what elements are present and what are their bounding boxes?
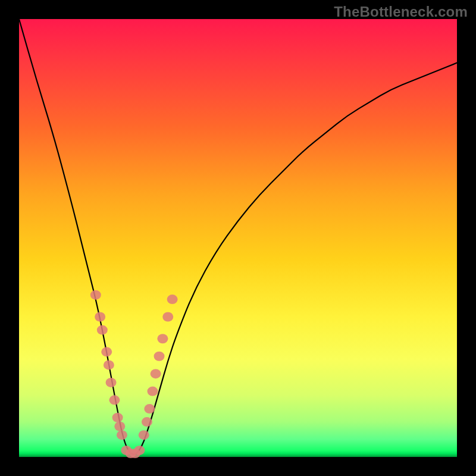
marker-cluster-valley (121, 446, 145, 458)
data-dot (139, 430, 149, 440)
data-dot (142, 417, 152, 427)
curve-layer (19, 19, 457, 455)
data-dot (112, 413, 123, 422)
data-dot (117, 430, 127, 440)
data-dot (151, 369, 161, 378)
data-dot (134, 446, 145, 455)
data-dot (114, 421, 125, 431)
bottleneck-curve (19, 19, 457, 455)
plot-area (19, 19, 457, 457)
data-dot (90, 290, 101, 300)
data-dot (167, 295, 178, 304)
data-dot (109, 395, 120, 405)
data-dot (147, 387, 158, 396)
marker-cluster-right (139, 295, 178, 440)
data-dot (101, 347, 112, 356)
marker-cluster-left (90, 290, 127, 440)
bottleneck-curve-svg (19, 19, 457, 457)
watermark-text: TheBottleneck.com (334, 4, 468, 20)
data-dot (95, 312, 105, 321)
chart-frame: TheBottleneck.com (0, 0, 476, 476)
data-dot (106, 378, 117, 387)
data-dot (154, 352, 165, 361)
data-dot (144, 404, 155, 414)
data-dot (104, 360, 114, 369)
data-dot (97, 325, 108, 335)
data-dot (162, 312, 173, 321)
data-dot (157, 334, 168, 343)
